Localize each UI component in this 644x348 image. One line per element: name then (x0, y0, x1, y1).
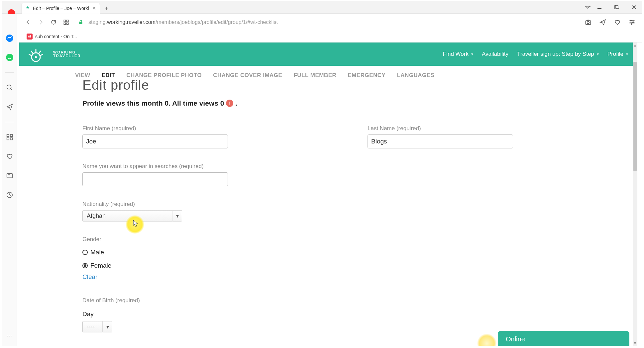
brand-logo-icon (29, 46, 50, 62)
address-bar: staging.workingtraveller.com/members/joe… (19, 14, 642, 31)
svg-rect-4 (64, 23, 65, 25)
whatsapp-icon[interactable] (5, 53, 14, 62)
svg-rect-5 (67, 23, 68, 25)
search-name-label: Name you want to appear in searches (req… (82, 163, 637, 170)
svg-point-9 (630, 20, 631, 21)
brand[interactable]: WORKING TRAVELLER (29, 46, 81, 62)
reload-button[interactable] (49, 18, 58, 27)
flow-icon[interactable] (5, 103, 14, 111)
radio-icon (82, 250, 88, 255)
nav-find-work-label: Find Work (443, 51, 469, 57)
snapshot-icon[interactable] (584, 18, 592, 27)
window-minimize-icon[interactable] (594, 2, 604, 12)
nav-signup-label: Traveller sign up: Step by Step (517, 51, 594, 57)
new-tab-button[interactable]: + (102, 3, 112, 13)
first-name-input[interactable] (82, 134, 228, 148)
chat-online-pill[interactable]: Online (498, 331, 629, 346)
news-icon[interactable] (5, 171, 14, 180)
field-last-name: Last Name (required) (368, 125, 513, 148)
url-prefix: staging. (88, 19, 107, 25)
first-name-label: First Name (required) (82, 125, 228, 132)
gender-female-option[interactable]: Female (82, 262, 637, 269)
sidebar-more-icon[interactable]: ⋯ (6, 332, 14, 340)
search-name-input[interactable] (82, 172, 228, 186)
speed-dial-icon[interactable] (5, 133, 14, 141)
window-close-icon[interactable] (629, 2, 639, 12)
svg-rect-18 (10, 138, 12, 140)
chevron-down-icon: ▾ (471, 52, 473, 56)
send-icon[interactable] (598, 18, 607, 27)
nav-find-work[interactable]: Find Work▾ (443, 51, 473, 57)
nationality-label: Nationality (required) (82, 201, 637, 208)
bookmark-item[interactable]: sub content - On T... (35, 34, 77, 39)
chat-online-label: Online (506, 335, 525, 343)
url-host: workingtraveller.com (107, 19, 156, 25)
svg-point-11 (631, 23, 632, 24)
radio-selected-icon (82, 263, 88, 268)
info-badge-icon[interactable]: i (226, 100, 233, 107)
svg-rect-17 (7, 138, 9, 140)
url-text: staging.workingtraveller.com/members/joe… (88, 19, 278, 25)
nationality-value[interactable]: Afghan (82, 210, 182, 221)
scroll-up-icon[interactable]: ▲ (633, 43, 637, 48)
browser-tab[interactable]: Edit – Profile – Joe – Worki ✕ (22, 3, 100, 14)
nav-signup[interactable]: Traveller sign up: Step by Step▾ (517, 51, 599, 57)
last-name-input[interactable] (368, 134, 513, 148)
chevron-down-icon: ▾ (597, 52, 599, 56)
gender-clear-link[interactable]: Clear (82, 273, 637, 281)
addr-right-controls (584, 18, 642, 27)
page-viewport: ▲ ▼ WORKING TRAVELLER Find Work▾ Availab… (19, 43, 637, 346)
search-icon[interactable] (5, 83, 14, 92)
tab-favicon-icon (25, 6, 30, 11)
tab-title: Edit – Profile – Joe – Worki (33, 6, 89, 11)
bookmark-favicon-icon: ot (27, 34, 33, 40)
bookmarks-icon[interactable] (5, 152, 14, 161)
nav-profile[interactable]: Profile▾ (607, 51, 628, 57)
nav-availability[interactable]: Availability (482, 51, 508, 57)
heart-icon[interactable] (613, 18, 622, 27)
start-page-icon[interactable] (62, 18, 70, 27)
tab-close-icon[interactable]: ✕ (92, 6, 96, 11)
dob-day-select[interactable]: ---- ▾ (82, 321, 112, 332)
brand-line2: TRAVELLER (53, 54, 81, 58)
profile-views-period: . (235, 99, 237, 107)
url-path: /members/joeblogs/profile/edit/group/1/#… (156, 19, 278, 25)
tab-bar: Edit – Profile – Joe – Worki ✕ + (22, 3, 112, 14)
opera-sidebar: ⋯ (2, 14, 17, 346)
easy-setup-icon[interactable] (628, 18, 636, 27)
svg-rect-6 (79, 22, 82, 24)
nav-availability-label: Availability (482, 51, 508, 57)
nationality-select[interactable]: Afghan ▾ (82, 210, 182, 221)
history-icon[interactable] (5, 191, 14, 199)
site-header: WORKING TRAVELLER Find Work▾ Availabilit… (19, 43, 637, 66)
last-name-label: Last Name (required) (368, 125, 513, 132)
field-search-name: Name you want to appear in searches (req… (82, 163, 637, 186)
gender-label: Gender (82, 236, 637, 243)
window-controls (594, 2, 639, 12)
forward-button[interactable] (37, 18, 45, 27)
gender-male-label: Male (90, 249, 104, 256)
dob-day-label: Day (82, 310, 637, 318)
window-titlebar: Edit – Profile – Joe – Worki ✕ + (2, 1, 642, 14)
dob-label: Date of Birth (required) (82, 297, 637, 304)
svg-point-10 (633, 22, 634, 23)
url-field[interactable]: staging.workingtraveller.com/members/joe… (76, 14, 584, 31)
back-button[interactable] (24, 18, 33, 27)
svg-point-22 (35, 56, 37, 58)
nav-controls (19, 18, 70, 27)
svg-rect-16 (10, 134, 12, 136)
svg-point-13 (6, 54, 13, 61)
tabs-overflow-icon[interactable] (584, 4, 592, 10)
nav-profile-label: Profile (607, 51, 623, 57)
field-nationality: Nationality (required) Afghan ▾ (82, 201, 637, 221)
svg-rect-15 (7, 134, 9, 136)
profile-views-line: Profile views this month 0. All time vie… (82, 99, 637, 107)
dob-day-value[interactable]: ---- (82, 321, 112, 332)
gender-male-option[interactable]: Male (82, 249, 637, 256)
page-title: Edit profile (82, 78, 637, 93)
window-maximize-icon[interactable] (612, 2, 622, 12)
scroll-down-icon[interactable]: ▼ (633, 340, 637, 346)
form-area: Edit profile Profile views this month 0.… (19, 78, 637, 332)
svg-rect-2 (64, 20, 65, 22)
messenger-icon[interactable] (5, 34, 14, 43)
